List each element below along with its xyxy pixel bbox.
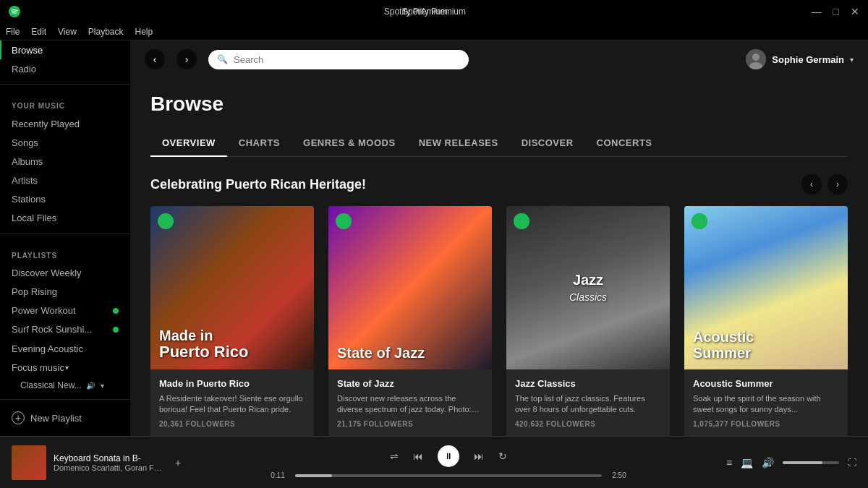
main-content: ‹ › 🔍 Sophie Germain ▾ Browse bbox=[130, 40, 868, 436]
shuffle-button[interactable]: ⇌ bbox=[390, 450, 399, 462]
section-header: Celebrating Puerto Rican Heritage! ‹ › bbox=[150, 174, 848, 194]
volume-fill bbox=[783, 461, 822, 464]
sidebar-divider-3 bbox=[0, 399, 130, 400]
repeat-button[interactable]: ↻ bbox=[498, 450, 507, 462]
browse-tabs: OVERVIEW CHARTS GENRES & MOODS NEW RELEA… bbox=[150, 130, 848, 157]
player-track-name: Keyboard Sonata in B- bbox=[54, 453, 162, 463]
volume-bar[interactable] bbox=[783, 461, 839, 464]
sidebar-item-surf-rock[interactable]: Surf Rock Sunshi... bbox=[0, 320, 130, 339]
card-desc-1: A Residente takeover! Siente ese orgullo… bbox=[159, 393, 305, 416]
user-chevron-icon: ▾ bbox=[850, 56, 854, 64]
focus-music-arrow: ▾ bbox=[65, 364, 119, 372]
spotify-logo bbox=[9, 6, 20, 17]
sidebar-item-radio[interactable]: Radio bbox=[0, 59, 130, 78]
close-button[interactable]: ✕ bbox=[851, 6, 859, 17]
tab-genres-moods[interactable]: GENRES & MOODS bbox=[292, 130, 407, 156]
sidebar-item-evening-acoustic[interactable]: Evening Acoustic bbox=[0, 339, 130, 358]
sidebar-item-songs[interactable]: Songs bbox=[0, 133, 130, 152]
sidebar-item-pop-rising[interactable]: Pop Rising bbox=[0, 283, 130, 301]
volume-icon: 🔊 bbox=[86, 382, 95, 390]
tab-charts[interactable]: CHARTS bbox=[227, 130, 292, 156]
sidebar-item-artists[interactable]: Artists bbox=[0, 171, 130, 189]
card-desc-4: Soak up the spirit of the season with sw… bbox=[693, 393, 839, 416]
user-area[interactable]: Sophie Germain ▾ bbox=[746, 49, 854, 69]
nav-back-button[interactable]: ‹ bbox=[145, 49, 165, 69]
player-bar: Keyboard Sonata in B- Domenico Scarlatti… bbox=[0, 436, 868, 488]
sidebar-divider-1 bbox=[0, 84, 130, 85]
queue-icon[interactable]: ≡ bbox=[726, 457, 732, 468]
sidebar-item-stations[interactable]: Stations bbox=[0, 190, 130, 209]
card-desc-2: Discover new releases across the diverse… bbox=[337, 393, 483, 416]
fullscreen-button[interactable]: ⛶ bbox=[848, 458, 856, 468]
tab-overview[interactable]: OVERVIEW bbox=[150, 130, 227, 157]
card-image-acoustic: AcousticSummer bbox=[684, 206, 848, 369]
progress-bar[interactable] bbox=[295, 474, 602, 477]
player-track: Keyboard Sonata in B- Domenico Scarlatti… bbox=[12, 445, 171, 480]
tab-discover[interactable]: DISCOVER bbox=[510, 130, 585, 156]
card-info-1: Made in Puerto Rico A Residente takeover… bbox=[150, 369, 314, 436]
prev-button[interactable]: ⏮ bbox=[413, 450, 423, 462]
app-title: Spotify Premium bbox=[402, 7, 466, 17]
playlists-label: PLAYLISTS bbox=[0, 240, 130, 264]
sidebar-item-classical[interactable]: Classical New... 🔊 ▾ bbox=[0, 377, 130, 393]
arrow-down-icon: ▾ bbox=[101, 382, 104, 390]
menu-file[interactable]: File bbox=[6, 27, 20, 37]
play-pause-button[interactable]: ⏸ bbox=[438, 445, 459, 467]
card-info-4: Acoustic Summer Soak up the spirit of th… bbox=[684, 369, 848, 436]
card-name-2: State of Jazz bbox=[337, 378, 483, 389]
search-input[interactable] bbox=[234, 54, 460, 65]
sidebar-item-albums[interactable]: Albums bbox=[0, 152, 130, 171]
menu-playback[interactable]: Playback bbox=[88, 27, 124, 37]
volume-icon[interactable]: 🔊 bbox=[762, 457, 774, 468]
focus-music-label: Focus music bbox=[12, 362, 65, 373]
nav-forward-button[interactable]: › bbox=[176, 49, 197, 69]
card-image-jazz-classics: JazzClassics bbox=[506, 206, 670, 369]
section-nav: ‹ › bbox=[801, 174, 848, 194]
page-title: Browse bbox=[150, 93, 848, 116]
svg-point-2 bbox=[752, 53, 760, 61]
sidebar-item-recently-played[interactable]: Recently Played bbox=[0, 114, 130, 133]
sidebar-item-discover-weekly[interactable]: Discover Weekly bbox=[0, 264, 130, 283]
progress-current: 0:11 bbox=[268, 471, 288, 479]
section-next-button[interactable]: › bbox=[827, 174, 848, 194]
next-button[interactable]: ⏭ bbox=[474, 450, 484, 462]
menu-edit[interactable]: Edit bbox=[31, 27, 46, 37]
new-playlist-label: New Playlist bbox=[30, 413, 82, 424]
minimize-button[interactable]: — bbox=[812, 6, 822, 17]
avatar bbox=[746, 49, 766, 69]
menu-help[interactable]: Help bbox=[135, 27, 153, 37]
app-body: Browse Radio YOUR MUSIC Recently Played … bbox=[0, 40, 868, 436]
card-acoustic-summer[interactable]: AcousticSummer Acoustic Summer Soak up t… bbox=[684, 206, 848, 436]
card-followers-1: 20,361 FOLLOWERS bbox=[159, 420, 305, 428]
sidebar-item-browse[interactable]: Browse bbox=[0, 40, 130, 59]
new-playlist-button[interactable]: + New Playlist bbox=[0, 406, 130, 430]
sidebar-divider-2 bbox=[0, 234, 130, 234]
player-add-button[interactable]: + bbox=[175, 457, 181, 468]
sidebar-item-focus-music[interactable]: Focus music ▾ bbox=[0, 358, 130, 377]
card-followers-4: 1,075,377 FOLLOWERS bbox=[693, 420, 839, 428]
tab-new-releases[interactable]: NEW RELEASES bbox=[407, 130, 510, 156]
card-image-puerto-rico: Made inPuerto Rico bbox=[150, 206, 314, 369]
section-title: Celebrating Puerto Rican Heritage! bbox=[150, 177, 366, 192]
sidebar-item-power-workout[interactable]: Power Workout bbox=[0, 301, 130, 320]
maximize-button[interactable]: □ bbox=[833, 6, 839, 17]
player-controls: ⇌ ⏮ ⏸ ⏭ ↻ 0:11 2:50 bbox=[182, 445, 715, 479]
top-bar: ‹ › 🔍 Sophie Germain ▾ bbox=[130, 40, 868, 78]
card-image-jazz: State of Jazz bbox=[328, 206, 492, 369]
card-followers-2: 21,175 FOLLOWERS bbox=[337, 420, 483, 428]
sidebar-item-local-files[interactable]: Local Files bbox=[0, 209, 130, 228]
card-name-4: Acoustic Summer bbox=[693, 378, 839, 389]
tab-concerts[interactable]: CONCERTS bbox=[585, 130, 664, 156]
search-icon: 🔍 bbox=[217, 54, 228, 64]
device-icon[interactable]: 💻 bbox=[741, 457, 753, 468]
card-state-of-jazz[interactable]: State of Jazz State of Jazz Discover new… bbox=[328, 206, 492, 436]
card-jazz-classics[interactable]: JazzClassics Jazz Classics The top list … bbox=[506, 206, 670, 436]
card-overlay-text-4: AcousticSummer bbox=[693, 329, 754, 361]
menu-view[interactable]: View bbox=[58, 27, 77, 37]
card-overlay-text-3: JazzClassics bbox=[569, 272, 607, 304]
player-progress: 0:11 2:50 bbox=[268, 471, 629, 479]
cards-grid: Made inPuerto Rico Made in Puerto Rico A… bbox=[150, 206, 848, 436]
section-prev-button[interactable]: ‹ bbox=[801, 174, 822, 194]
card-made-in-puerto-rico[interactable]: Made inPuerto Rico Made in Puerto Rico A… bbox=[150, 206, 314, 436]
player-buttons: ⇌ ⏮ ⏸ ⏭ ↻ bbox=[390, 445, 507, 467]
